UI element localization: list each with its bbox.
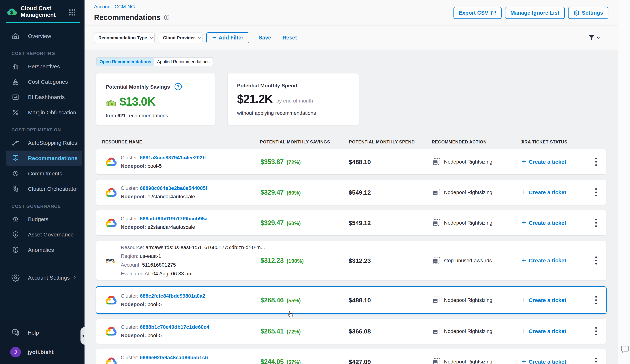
sidebar-item-bi-dashboards[interactable]: BI Dashboards [6, 90, 82, 105]
sidebar-item-recommendations[interactable]: Recommendations [6, 151, 82, 166]
sidebar-item-autostopping-rules[interactable]: AutoStopping Rules [6, 135, 82, 151]
row-menu-kebab-icon[interactable] [592, 295, 600, 306]
recommended-action-cell: Nodepool Rightsizing [432, 218, 492, 227]
recommendation-row[interactable]: aws Resource: arn:aws:rds:us-east-1:5116… [96, 241, 606, 280]
module-grid-icon[interactable] [69, 9, 76, 16]
help-circle-icon[interactable]: ? [174, 83, 182, 91]
plus-icon: + [522, 357, 526, 364]
save-filter-button[interactable]: Save [259, 35, 271, 41]
row-menu-kebab-icon[interactable] [592, 356, 600, 364]
gear-icon [574, 10, 579, 16]
plus-icon: + [522, 157, 526, 166]
recommendation-row[interactable]: Cluster: 688add6fb019b17f9bccb95aNodepoo… [96, 210, 606, 235]
sidebar-item-label: Cluster Orchestrator [28, 186, 78, 192]
manage-ignore-list-button[interactable]: Manage Ignore List [505, 7, 565, 19]
sidebar-item-perspectives[interactable]: Perspectives [6, 59, 82, 74]
sidebar-item-anomalies[interactable]: Anomalies [6, 242, 82, 258]
cluster-link[interactable]: 6886e92f59a48cad86b5b1c6 [140, 355, 208, 360]
col-recommended-action: RECOMMENDED ACTION [432, 139, 486, 145]
cloud-provider-dropdown[interactable]: Cloud Provider [158, 32, 202, 43]
filter-panel-toggle[interactable] [588, 35, 600, 41]
potential-monthly-spend-cell: $549.12 [349, 219, 371, 226]
row-menu-kebab-icon[interactable] [592, 217, 600, 228]
sidebar-collapse-button[interactable] [80, 327, 84, 345]
reset-filter-button[interactable]: Reset [282, 35, 297, 41]
row-menu-kebab-icon[interactable] [592, 255, 600, 266]
savings-amount: $244.05 [260, 358, 284, 364]
info-icon[interactable] [164, 15, 170, 21]
sidebar-item-label: BI Dashboards [28, 94, 65, 100]
savings-value: $13.0K [120, 95, 155, 108]
sidebar-item-account-settings[interactable]: Account Settings [6, 270, 82, 285]
create-ticket-button[interactable]: +Create a ticket [522, 257, 566, 264]
sidebar-item-asset-governance[interactable]: $Asset Governance [6, 227, 82, 242]
create-ticket-button[interactable]: +Create a ticket [522, 158, 566, 166]
sidebar-item-label: AutoStopping Rules [28, 140, 77, 146]
sidebar-item-cluster-orchestrator[interactable]: Cluster Orchestrator [6, 181, 82, 197]
plus-icon: + [522, 188, 526, 196]
create-ticket-button[interactable]: +Create a ticket [522, 296, 566, 304]
create-ticket-button[interactable]: +Create a ticket [522, 358, 566, 364]
chat-bubble-icon[interactable] [621, 345, 629, 354]
chevron-right-icon [72, 275, 77, 281]
resource-field-value: pool-5 [148, 333, 162, 338]
row-menu-kebab-icon[interactable] [592, 187, 600, 198]
savings-amount: $268.46 [260, 296, 284, 304]
brand-title: Cloud Cost Management [21, 5, 56, 18]
potential-monthly-spend-cell: $488.10 [349, 158, 371, 165]
col-jira-ticket-status: JIRA TICKET STATUS [520, 139, 567, 145]
resource-details: Cluster: 688add6fb019b17f9bccb95aNodepoo… [121, 214, 208, 231]
row-menu-kebab-icon[interactable] [592, 326, 600, 337]
rightsizing-action-icon [432, 296, 441, 304]
settings-label: Settings [582, 10, 603, 16]
cluster-link[interactable]: 6881a3ccc887941a4ee202ff [140, 155, 206, 161]
gcp-logo-icon [106, 296, 117, 304]
recommendation-row[interactable]: Cluster: 6888b1c70e49db17c1de60c4Nodepoo… [96, 319, 606, 344]
export-csv-button[interactable]: Export CSV [454, 7, 502, 19]
tab-applied-recommendations[interactable]: Applied Recommendations [154, 58, 212, 66]
sidebar-item-overview[interactable]: Overview [6, 28, 82, 44]
page-header: Account: CCM-NG Recommendations Export C… [84, 0, 618, 25]
sidebar-item-help[interactable]: ? Help [0, 325, 84, 341]
add-filter-button[interactable]: + Add Filter [206, 32, 249, 43]
mouse-cursor [286, 310, 294, 319]
sidebar-item-margin-obfuscation[interactable]: Margin Obfuscation [6, 105, 82, 120]
money-banknotes-icon: $ [106, 97, 117, 108]
resource-field-label: Cluster: [121, 155, 140, 161]
recommendation-row[interactable]: Cluster: 688c2fefc84fbdc99801a0a2Nodepoo… [96, 287, 606, 313]
svg-text:aws: aws [106, 257, 114, 262]
tab-open-recommendations[interactable]: Open Recommendations [96, 58, 154, 66]
sidebar-divider [6, 264, 79, 264]
cluster-link[interactable]: 688add6fb019b17f9bccb95a [140, 216, 208, 221]
recommendation-row[interactable]: Cluster: 6881a3ccc887941a4ee202ffNodepoo… [96, 149, 606, 174]
create-ticket-button[interactable]: +Create a ticket [522, 328, 566, 335]
sidebar-item-budgets[interactable]: $Budgets [6, 212, 82, 227]
cluster-link[interactable]: 6888b1c70e49db17c1de60c4 [140, 324, 209, 330]
resource-field-label: Cluster: [121, 185, 140, 191]
resource-field-value: 511616801275 [142, 262, 176, 268]
row-menu-kebab-icon[interactable] [592, 157, 600, 167]
savings-subtitle: from 621 recommendations [106, 113, 205, 119]
sidebar-user[interactable]: J jyoti.bisht [0, 345, 84, 360]
settings-button[interactable]: Settings [568, 7, 608, 19]
action-label: Nodepool Rightsizing [444, 189, 492, 195]
breadcrumb-account-link[interactable]: Account: CCM-NG [94, 4, 135, 10]
cluster-link[interactable]: 68898c064e3e2ba0e544005f [140, 185, 207, 191]
cluster-link[interactable]: 688c2fefc84fbdc99801a0a2 [140, 293, 205, 299]
savings-percent: (72%) [287, 329, 301, 335]
sidebar-item-cost-categories[interactable]: Cost Categories [6, 74, 82, 90]
create-ticket-button[interactable]: +Create a ticket [522, 219, 566, 227]
create-ticket-button[interactable]: +Create a ticket [522, 188, 566, 196]
funnel-icon [588, 35, 595, 41]
user-name: jyoti.bisht [28, 349, 54, 355]
sidebar-item-commitments[interactable]: Commitments [6, 166, 82, 181]
sidebar-item-label: Cost Categories [28, 79, 68, 85]
recommendation-type-dropdown[interactable]: Recommendation Type [94, 32, 155, 43]
recommendation-row[interactable]: Cluster: 68898c064e3e2ba0e544005fNodepoo… [96, 180, 606, 205]
sidebar-item-label: Overview [28, 33, 51, 39]
svg-text:$: $ [10, 9, 13, 15]
svg-text:?: ? [14, 330, 16, 334]
recommendation-row[interactable]: Cluster: 6886e92f59a48cad86b5b1c6Nodepoo… [96, 349, 606, 364]
right-gutter [618, 0, 630, 364]
potential-monthly-spend-cell: $312.23 [349, 257, 371, 264]
